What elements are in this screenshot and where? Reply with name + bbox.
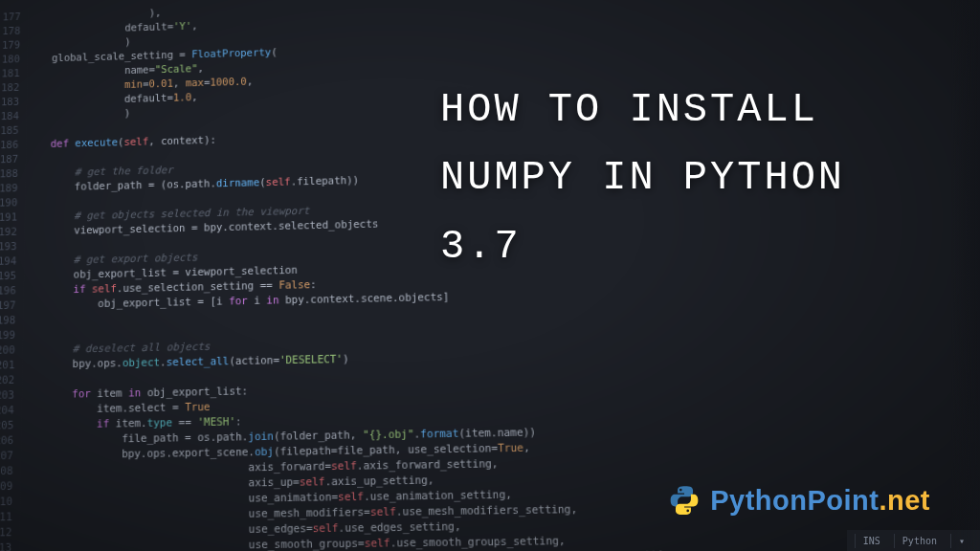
line-number: 177 bbox=[0, 10, 21, 24]
line-number: 196 bbox=[0, 283, 16, 298]
line-number: 194 bbox=[0, 253, 16, 269]
python-logo-icon bbox=[668, 484, 701, 517]
line-number: 178 bbox=[0, 24, 20, 38]
line-number: 206 bbox=[0, 432, 13, 448]
line-number: 192 bbox=[0, 225, 17, 240]
line-number: 188 bbox=[0, 166, 18, 182]
line-number: 186 bbox=[0, 138, 18, 153]
line-number: 203 bbox=[0, 387, 14, 403]
line-number: 193 bbox=[0, 239, 17, 254]
line-number: 208 bbox=[0, 463, 13, 478]
status-lang[interactable]: Python bbox=[894, 534, 945, 548]
line-number: 198 bbox=[0, 313, 15, 328]
line-number: 195 bbox=[0, 269, 16, 284]
line-number: 187 bbox=[0, 152, 18, 167]
logo-main: PythonPoint bbox=[710, 485, 879, 516]
line-number: 204 bbox=[0, 403, 14, 418]
page-title: HOW TO INSTALL NUMPY IN PYTHON 3.7 bbox=[440, 77, 942, 281]
line-number: 207 bbox=[0, 448, 13, 463]
dark-edge bbox=[951, 0, 980, 551]
line-number: 180 bbox=[0, 52, 20, 67]
line-number: 191 bbox=[0, 209, 17, 225]
line-number: 205 bbox=[0, 418, 13, 433]
line-number: 183 bbox=[0, 95, 19, 110]
line-number: 185 bbox=[0, 123, 19, 139]
line-number: 184 bbox=[0, 109, 19, 124]
line-number: 200 bbox=[0, 342, 15, 358]
line-number: 202 bbox=[0, 372, 14, 387]
line-number: 182 bbox=[0, 80, 19, 96]
logo-text: PythonPoint.net bbox=[710, 485, 930, 517]
line-number: 212 bbox=[0, 524, 12, 540]
line-number: 209 bbox=[0, 478, 12, 494]
line-number: 210 bbox=[0, 494, 12, 509]
line-number: 190 bbox=[0, 195, 17, 210]
status-dropdown-icon[interactable]: ▾ bbox=[950, 534, 972, 548]
line-number: 189 bbox=[0, 181, 18, 196]
line-number: 213 bbox=[0, 540, 11, 551]
line-number: 179 bbox=[0, 38, 20, 54]
line-number: 199 bbox=[0, 327, 15, 342]
line-number: 211 bbox=[0, 509, 12, 524]
status-mode: INS bbox=[855, 534, 888, 548]
site-logo: PythonPoint.net bbox=[668, 484, 930, 517]
statusbar: INS Python ▾ bbox=[847, 530, 980, 551]
logo-tld: .net bbox=[879, 485, 930, 516]
line-number: 197 bbox=[0, 298, 16, 313]
line-number: 201 bbox=[0, 358, 14, 373]
line-number: 181 bbox=[0, 66, 20, 81]
